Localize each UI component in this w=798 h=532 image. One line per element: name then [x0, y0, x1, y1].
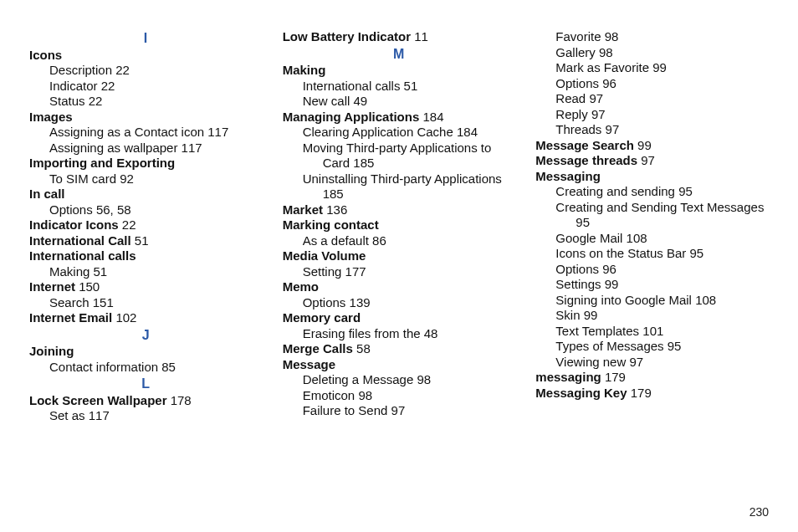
index-entry: As a default 86 — [283, 233, 516, 249]
index-entry: Lock Screen Wallpaper 178 — [29, 393, 263, 409]
index-entry: Emoticon 98 — [283, 388, 516, 404]
index-entry: Icons on the Status Bar 95 — [535, 246, 769, 262]
index-entry: Marking contact — [283, 217, 516, 233]
index-term: Deleting a Message — [303, 372, 414, 386]
index-entry: Threads 97 — [535, 122, 769, 138]
index-page-ref: 97 — [589, 91, 603, 105]
index-page-ref: 48 — [424, 326, 438, 340]
index-term: Joining — [29, 344, 74, 358]
index-entry: Creating and Sending Text Messages 95 — [535, 200, 769, 231]
index-page-ref: 185 — [323, 187, 344, 201]
index-term: Mark as Favorite — [555, 60, 649, 74]
index-term: Settings — [555, 277, 601, 291]
index-term: Images — [29, 110, 73, 124]
index-page-ref: 95 — [668, 339, 682, 353]
index-entry: Message — [283, 357, 516, 373]
index-page: IIconsDescription 22Indicator 22Status 2… — [0, 0, 798, 532]
index-page-ref: 101 — [642, 324, 663, 338]
index-entry: Google Mail 108 — [535, 231, 769, 247]
index-entry: Media Volume — [283, 248, 516, 264]
index-page-ref: 177 — [345, 264, 366, 279]
index-entry: Merge Calls 58 — [283, 341, 516, 357]
index-entry: International calls — [29, 248, 263, 264]
index-term: Icons on the Status Bar — [555, 246, 686, 260]
index-page-ref: 97 — [391, 403, 406, 417]
index-entry: Messaging Key 179 — [535, 386, 769, 402]
index-term: Indicator — [49, 79, 98, 93]
index-entry: Making 51 — [29, 264, 263, 280]
index-page-ref: 22 — [115, 63, 130, 77]
index-letter-heading: L — [29, 376, 263, 392]
index-page-ref: 178 — [171, 393, 192, 407]
index-page-ref: 185 — [353, 156, 374, 170]
index-letter-heading: J — [29, 328, 263, 344]
index-entry: Contact information 85 — [29, 360, 263, 376]
index-page-ref: 97 — [629, 355, 643, 369]
index-page-ref: 85 — [161, 360, 176, 374]
index-term: New call — [303, 94, 350, 108]
index-term: Google Mail — [555, 231, 622, 245]
index-entry: Message threads 97 — [535, 153, 769, 169]
index-entry: Search 151 — [29, 295, 263, 311]
index-term: Lock Screen Wallpaper — [29, 393, 167, 407]
index-page-ref: 108 — [627, 231, 647, 245]
index-term: Favorite — [555, 29, 601, 43]
index-term: International calls — [29, 248, 136, 263]
index-term: Search — [49, 295, 90, 309]
index-entry: Viewing new 97 — [535, 355, 769, 371]
index-term: Description — [49, 63, 112, 77]
index-entry: Images — [29, 110, 263, 125]
index-column-1: IIconsDescription 22Indicator 22Status 2… — [29, 29, 263, 515]
index-page-ref: 22 — [122, 217, 136, 232]
index-page-ref: 98 — [358, 388, 372, 402]
index-term: Skin — [555, 308, 580, 322]
index-page-ref: 136 — [326, 202, 347, 217]
index-page-ref: 99 — [637, 138, 652, 152]
index-term: messaging — [535, 370, 601, 384]
index-term: Message threads — [535, 153, 637, 167]
index-term: Icons — [29, 48, 62, 62]
index-entry: Text Templates 101 — [535, 324, 769, 340]
index-page-ref: 98 — [605, 29, 619, 43]
index-entry: Setting 177 — [283, 264, 516, 280]
index-term: Options — [303, 295, 346, 309]
index-term: Memory card — [283, 310, 361, 325]
index-entry: Making — [283, 63, 516, 79]
index-page-ref: 179 — [631, 386, 652, 400]
index-entry: Message Search 99 — [535, 138, 769, 154]
index-page-ref: 95 — [689, 246, 703, 260]
index-page-ref: 97 — [641, 153, 655, 167]
index-term: Indicator Icons — [29, 217, 119, 232]
index-term: Making — [49, 264, 90, 279]
index-page-ref: 179 — [605, 370, 626, 384]
index-term: Marking contact — [283, 217, 379, 232]
index-entry: Icons — [29, 48, 263, 64]
index-term: Clearing Application Cache — [303, 125, 453, 139]
page-number: 230 — [749, 505, 769, 519]
index-term: Messaging Key — [535, 386, 627, 400]
index-term: Options — [49, 202, 93, 217]
index-page-ref: 51 — [404, 79, 418, 93]
index-term: Internet Email — [29, 310, 112, 325]
index-term: Emoticon — [303, 388, 356, 402]
index-page-ref: 56, 58 — [96, 202, 131, 217]
index-page-ref: 117 — [89, 408, 110, 422]
index-page-ref: 96 — [602, 76, 616, 90]
index-term: Message Search — [535, 138, 634, 152]
index-term: Media Volume — [283, 248, 366, 263]
index-entry: messaging 179 — [535, 370, 769, 386]
index-entry: To SIM card 92 — [29, 171, 263, 187]
index-term: Set as — [49, 408, 85, 422]
index-term: Text Templates — [555, 324, 639, 338]
index-entry: Favorite 98 — [535, 29, 769, 45]
index-term: Creating and sending — [555, 184, 675, 198]
index-term: Failure to Send — [303, 403, 388, 417]
index-entry: Signing into Google Mail 108 — [535, 293, 769, 309]
index-page-ref: 97 — [591, 107, 606, 121]
index-entry: Internet Email 102 — [29, 310, 263, 326]
index-term: Message — [283, 357, 335, 371]
index-term: Memo — [283, 279, 319, 294]
index-entry: Options 56, 58 — [29, 202, 263, 218]
index-term: Status — [49, 94, 85, 108]
index-page-ref: 117 — [182, 141, 202, 155]
